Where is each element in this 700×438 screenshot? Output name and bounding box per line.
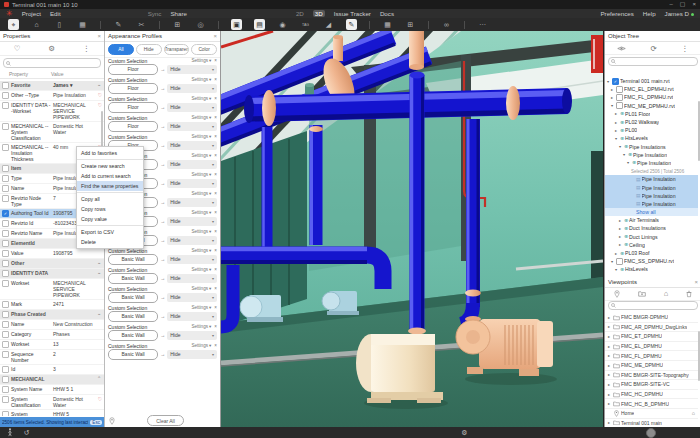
remove-group-icon[interactable]: × [214, 134, 217, 139]
remove-group-icon[interactable]: × [214, 191, 217, 196]
menu-help[interactable]: Help [643, 10, 656, 17]
section-chevron-icon[interactable]: ⌄ [97, 260, 103, 266]
remove-group-icon[interactable]: × [214, 324, 217, 329]
action-dropdown[interactable]: Hide▾ [167, 255, 217, 264]
remove-group-icon[interactable]: × [214, 58, 217, 63]
row-checkbox[interactable] [2, 311, 9, 318]
row-checkbox[interactable] [2, 230, 9, 237]
settings-caret-icon[interactable]: ▾ [209, 229, 211, 234]
tree-node[interactable]: ▸⊛Ceiling [605, 241, 698, 249]
settings-button[interactable]: Settings [191, 191, 208, 196]
column-value[interactable]: Value [51, 71, 63, 77]
add-folder-icon[interactable] [638, 290, 646, 297]
sync-button[interactable]: Sync [148, 10, 162, 17]
row-checkbox[interactable] [2, 240, 9, 247]
tree-node[interactable]: ▸⊛PL01 Floor [605, 110, 698, 118]
settings-button[interactable]: Settings [191, 153, 208, 158]
row-checkbox[interactable] [2, 220, 9, 227]
action-dropdown[interactable]: Hide▾ [167, 141, 217, 150]
settings-button[interactable]: Settings [191, 172, 208, 177]
link-icon[interactable]: ∞ [441, 19, 452, 30]
minimize-icon[interactable]: – [669, 0, 672, 9]
model-icon[interactable]: ⌂ [31, 19, 42, 30]
close-icon[interactable]: × [213, 33, 217, 39]
row-checkbox[interactable] [2, 366, 9, 373]
action-dropdown[interactable]: Hide▾ [167, 274, 217, 283]
row-checkbox[interactable] [2, 280, 9, 287]
remove-group-icon[interactable]: × [214, 267, 217, 272]
kebab-menu-icon[interactable]: ⋮ [83, 44, 91, 53]
person-icon[interactable]: ◎ [195, 19, 206, 30]
tree-checkbox[interactable] [616, 86, 623, 93]
row-checkbox[interactable] [2, 185, 9, 192]
settings-button[interactable]: Settings [191, 96, 208, 101]
action-dropdown[interactable]: Hide▾ [167, 84, 217, 93]
row-checkbox[interactable] [2, 321, 9, 328]
row-checkbox[interactable] [2, 144, 9, 151]
maximize-icon[interactable]: ▢ [680, 0, 686, 9]
remove-group-icon[interactable]: × [214, 286, 217, 291]
selection-target-button[interactable]: Basic Wall [108, 330, 158, 341]
tree-node[interactable]: ▸FMC_FL_DPMHU.rvt [605, 93, 698, 101]
selection-target-button[interactable]: Basic Wall [108, 349, 158, 360]
property-row[interactable]: Sequence Number2 [0, 350, 104, 365]
row-checkbox[interactable] [2, 270, 9, 277]
sheet-icon[interactable]: ▤ [254, 19, 265, 30]
tree-node[interactable]: ▾FMC_SS_DPMHU.rvt [605, 257, 698, 265]
pin-icon[interactable] [109, 417, 115, 425]
selection-target-button[interactable]: Basic Wall [108, 273, 158, 284]
remove-group-icon[interactable]: × [214, 229, 217, 234]
undo-icon[interactable]: ↺ [22, 428, 31, 437]
favorite-value-dropdown[interactable]: James ▾ [53, 82, 97, 88]
tree-node[interactable]: ▤Pipe Insulation [605, 200, 698, 208]
menu-edit[interactable]: Edit [50, 10, 61, 17]
action-dropdown[interactable]: Hide▾ [167, 293, 217, 302]
settings-button[interactable]: Settings [191, 229, 208, 234]
tree-node[interactable]: ▾⊛Pipe Insulation [605, 151, 698, 159]
tree-checkbox[interactable]: ✓ [612, 78, 619, 85]
settings-button[interactable]: Settings [191, 324, 208, 329]
favorites-heart-icon[interactable]: ♡ [14, 44, 21, 53]
cart-icon[interactable]: ▣ [231, 19, 242, 30]
viewpoint-item[interactable]: ▸Terminal 001 main [605, 419, 698, 425]
row-checkbox[interactable] [2, 386, 9, 393]
viewpoint-item[interactable]: ▸FMC_ET_DPMHU [605, 332, 698, 342]
viewpoint-item[interactable]: Home⌂ [605, 409, 698, 419]
settings-caret-icon[interactable]: ▾ [209, 286, 211, 291]
tree-node[interactable]: ▸FMC_EL_DPMHU.rvt [605, 85, 698, 93]
selection-target-button[interactable]: Floor [108, 121, 158, 132]
settings-button[interactable]: Settings [191, 286, 208, 291]
esc-button[interactable]: Esc [90, 420, 102, 425]
action-dropdown[interactable]: Hide▾ [167, 312, 217, 321]
viewport-3d[interactable] [221, 31, 603, 427]
menu-preferences[interactable]: Preferences [600, 10, 633, 17]
properties-search-input[interactable] [3, 58, 101, 68]
context-menu-item[interactable]: Create new search [77, 161, 143, 171]
tree-node[interactable]: ▾⊛Pipe Insulation [605, 159, 698, 167]
pin-tool-icon[interactable]: ⌖ [8, 19, 19, 30]
tree-search-input[interactable] [608, 57, 698, 66]
viewpoint-item[interactable]: ▸FMC BMGR-SITE-VC [605, 380, 698, 390]
ruler-icon[interactable]: ◢ [323, 19, 334, 30]
sphere-icon[interactable]: ◉ [277, 19, 288, 30]
tab-hide[interactable]: Hide [136, 44, 162, 55]
action-dropdown[interactable]: Hide▾ [167, 331, 217, 340]
settings-button[interactable]: Settings [191, 248, 208, 253]
action-dropdown[interactable]: Hide▾ [167, 103, 217, 112]
tree-node[interactable]: ▸⊛Duct Linings [605, 233, 698, 241]
remove-group-icon[interactable]: × [214, 210, 217, 215]
remove-group-icon[interactable]: × [214, 172, 217, 177]
row-checkbox[interactable] [2, 376, 9, 383]
context-menu-item[interactable]: Add to favorites [77, 148, 143, 158]
tree-node[interactable]: ▾⊛HtsLevels [605, 265, 698, 273]
viewpoint-item[interactable]: ▸FMC BMGR-SITE-Topography [605, 371, 698, 381]
pencil-icon[interactable]: ✎ [113, 19, 124, 30]
viewpoint-item[interactable]: ▸FMC_EL_DPMHU [605, 342, 698, 352]
settings-button[interactable]: Settings [191, 58, 208, 63]
row-checkbox[interactable] [2, 123, 9, 130]
selection-target-button[interactable]: Basic Wall [108, 292, 158, 303]
trash-icon[interactable] [686, 290, 692, 298]
settings-button[interactable]: Settings [191, 77, 208, 82]
tab-all[interactable]: All [108, 44, 134, 55]
action-dropdown[interactable]: Hide▾ [167, 350, 217, 359]
